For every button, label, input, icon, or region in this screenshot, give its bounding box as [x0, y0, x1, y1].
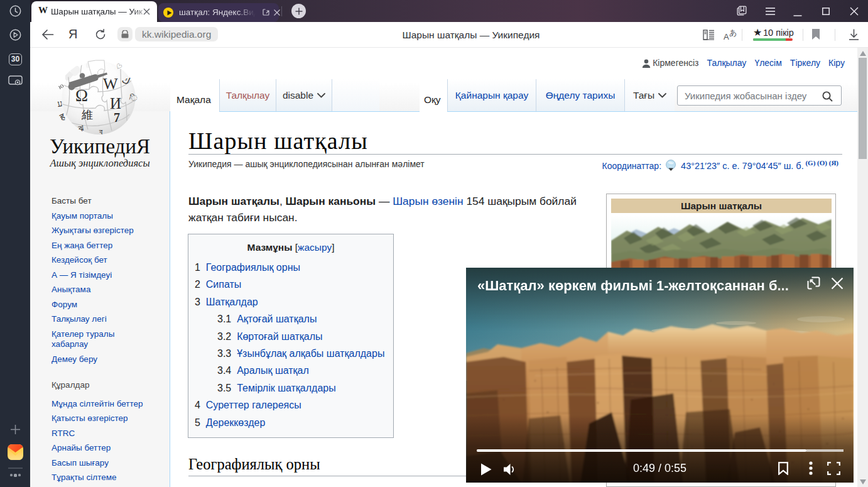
svg-text:7: 7 [114, 111, 120, 124]
svg-text:ব: ব [99, 127, 103, 136]
